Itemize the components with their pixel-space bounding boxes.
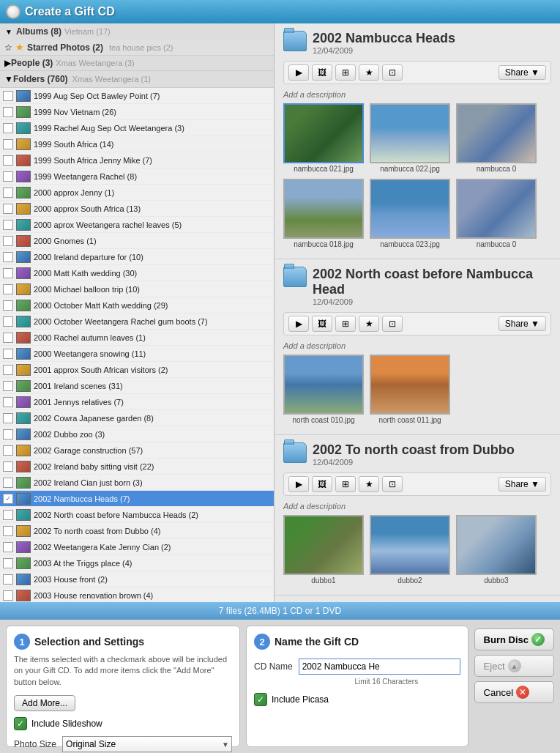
photo-thumb[interactable] (456, 179, 537, 239)
folder-checkbox[interactable] (3, 268, 13, 278)
folder-checkbox[interactable] (3, 155, 13, 166)
folder-checkbox[interactable] (3, 574, 13, 585)
folder-item[interactable]: 2003 House renovation brown (4) (0, 587, 274, 602)
folder-checkbox[interactable] (3, 316, 13, 327)
folder-item[interactable]: 2000 Michael balloon trip (10) (0, 281, 274, 297)
photo-thumb[interactable] (370, 103, 450, 163)
folder-checkbox[interactable] (3, 526, 13, 536)
folder-item[interactable]: 2002 Ireland Cian just born (3) (0, 475, 274, 491)
eject-button[interactable]: Eject ▲ (474, 655, 554, 677)
toolbar-btn-4[interactable]: ⊡ (382, 476, 403, 492)
albums-section-header[interactable]: ▼ Albums (8) Vietnam (17) (0, 23, 274, 40)
folder-item[interactable]: 2002 Weetangera Kate Jenny Cian (2) (0, 539, 274, 555)
share-button[interactable]: Share ▼ (499, 477, 546, 492)
toolbar-btn-2[interactable]: ⊞ (335, 316, 356, 332)
folder-item[interactable]: 2002 Cowra Japanese garden (8) (0, 410, 274, 426)
folders-section-header[interactable]: ▼ Folders (760) Xmas Weetangera (1) (0, 71, 274, 88)
folder-item[interactable]: 2000 approx South Africa (13) (0, 201, 274, 217)
folder-checkbox[interactable] (3, 220, 13, 230)
folder-item[interactable]: 1999 Weetangera Rachel (8) (0, 168, 274, 185)
cd-name-input[interactable] (299, 659, 460, 675)
folder-checkbox[interactable] (3, 123, 13, 133)
folder-item[interactable]: 1999 Rachel Aug Sep Oct Weetangera (3) (0, 120, 274, 136)
include-picasa-checkbox[interactable]: ✓ (254, 693, 267, 706)
album-description[interactable]: Add a description (283, 90, 551, 99)
folder-checkbox[interactable] (3, 333, 13, 343)
folder-checkbox[interactable] (3, 139, 13, 149)
photo-thumb[interactable] (283, 355, 364, 415)
folder-item[interactable]: 2000 Matt Kath wedding (30) (0, 265, 274, 281)
folder-checkbox[interactable] (3, 300, 13, 311)
folder-checkbox[interactable] (3, 204, 13, 214)
photo-size-select[interactable]: Original Size Large (1024x768) Medium (8… (62, 736, 232, 752)
folder-checkbox[interactable] (3, 397, 13, 407)
folder-checkbox[interactable] (3, 188, 13, 198)
folder-item[interactable]: 2003 House front (2) (0, 571, 274, 587)
photo-thumb[interactable] (283, 179, 364, 239)
toolbar-btn-0[interactable]: ▶ (288, 476, 309, 492)
folder-checkbox[interactable] (3, 429, 13, 439)
share-button[interactable]: Share ▼ (499, 316, 546, 331)
folder-item[interactable]: 2000 aprox Weetangera rachel leaves (5) (0, 217, 274, 233)
folder-item[interactable]: 2001 Ireland scenes (31) (0, 378, 274, 394)
folder-item[interactable]: 2000 Rachel autumn leaves (1) (0, 330, 274, 346)
folder-item[interactable]: 1999 Aug Sep Oct Bawley Point (7) (0, 88, 274, 104)
folder-checkbox[interactable] (3, 381, 13, 391)
toolbar-btn-0[interactable]: ▶ (288, 64, 309, 81)
photo-thumb[interactable] (370, 355, 450, 415)
folder-checkbox[interactable] (3, 349, 13, 359)
folder-item[interactable]: 2003 At the Triggs place (4) (0, 555, 274, 571)
share-button[interactable]: Share ▼ (499, 65, 546, 80)
folder-item[interactable]: 2000 Weetangera snowing (11) (0, 346, 274, 362)
toolbar-btn-2[interactable]: ⊞ (335, 476, 356, 492)
cancel-button[interactable]: Cancel ✕ (474, 681, 554, 703)
toolbar-btn-3[interactable]: ★ (359, 64, 379, 81)
folder-item[interactable]: 1999 Nov Vietnam (26) (0, 104, 274, 120)
add-more-button[interactable]: Add More... (14, 695, 75, 711)
folder-item[interactable]: 2001 approx South African visitors (2) (0, 362, 274, 378)
folder-item[interactable]: 2000 Ireland departure for (10) (0, 249, 274, 265)
folder-checkbox[interactable] (3, 558, 13, 568)
toolbar-btn-1[interactable]: 🖼 (312, 64, 332, 81)
folder-item[interactable]: 1999 South Africa Jenny Mike (7) (0, 152, 274, 168)
toolbar-btn-0[interactable]: ▶ (288, 316, 309, 332)
album-description[interactable]: Add a description (283, 341, 551, 350)
folder-item[interactable]: 2002 Garage construction (57) (0, 442, 274, 459)
folder-item[interactable]: ✓2002 Nambucca Heads (7) (0, 491, 274, 507)
photo-thumb[interactable] (283, 515, 364, 575)
folder-item[interactable]: 2002 To north coast from Dubbo (4) (0, 523, 274, 539)
album-description[interactable]: Add a description (283, 502, 551, 511)
folder-checkbox[interactable] (3, 171, 13, 182)
folder-item[interactable]: 2000 October Weetangera Rachel gum boots… (0, 314, 274, 330)
photo-thumb[interactable] (370, 515, 450, 575)
photo-thumb[interactable] (370, 179, 450, 239)
toolbar-btn-1[interactable]: 🖼 (312, 476, 332, 492)
folder-checkbox[interactable] (3, 590, 13, 601)
toolbar-btn-3[interactable]: ★ (359, 476, 379, 492)
include-slideshow-checkbox[interactable]: ✓ (14, 717, 27, 730)
folder-checkbox[interactable] (3, 107, 13, 117)
photo-thumb[interactable] (456, 515, 537, 575)
folder-checkbox[interactable] (3, 542, 13, 552)
starred-section-header[interactable]: ☆ ★ Starred Photos (2) tea house pics (2… (0, 40, 274, 56)
folder-checkbox[interactable] (3, 252, 13, 262)
photo-thumb[interactable] (456, 103, 537, 163)
burn-disc-button[interactable]: Burn Disc ✓ (474, 628, 554, 650)
folder-item[interactable]: 2000 October Matt Kath wedding (29) (0, 297, 274, 314)
folder-checkbox[interactable] (3, 413, 13, 423)
folder-checkbox[interactable]: ✓ (3, 494, 13, 504)
folder-item[interactable]: 2002 North coast before Nambucca Heads (… (0, 507, 274, 523)
toolbar-btn-4[interactable]: ⊡ (382, 316, 403, 332)
folder-checkbox[interactable] (3, 365, 13, 375)
photo-thumb[interactable] (283, 103, 364, 163)
folder-checkbox[interactable] (3, 91, 13, 101)
folder-checkbox[interactable] (3, 461, 13, 472)
folder-checkbox[interactable] (3, 510, 13, 520)
folder-checkbox[interactable] (3, 478, 13, 488)
toolbar-btn-2[interactable]: ⊞ (335, 64, 356, 81)
toolbar-btn-3[interactable]: ★ (359, 316, 379, 332)
folder-item[interactable]: 2002 Ireland baby sitting visit (22) (0, 459, 274, 475)
folder-checkbox[interactable] (3, 236, 13, 246)
folder-item[interactable]: 2000 Gnomes (1) (0, 233, 274, 249)
folder-item[interactable]: 1999 South Africa (14) (0, 136, 274, 152)
